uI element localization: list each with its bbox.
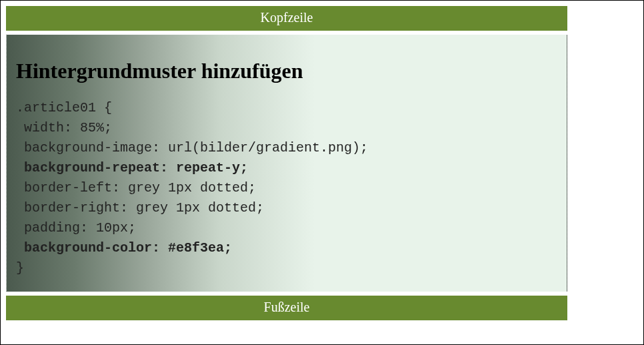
footer-text: Fußzeile bbox=[264, 300, 310, 314]
code-line: padding: 10px; bbox=[16, 220, 136, 236]
header-bar: Kopfzeile bbox=[6, 6, 567, 31]
code-line-bold: background-color: #e8f3ea; bbox=[16, 240, 232, 256]
css-code-block: .article01 { width: 85%; background-imag… bbox=[16, 98, 557, 278]
article-heading: Hintergrundmuster hinzufügen bbox=[16, 59, 557, 83]
page-frame: Kopfzeile Hintergrundmuster hinzufügen .… bbox=[6, 6, 567, 320]
header-text: Kopfzeile bbox=[261, 10, 313, 25]
code-line: border-left: grey 1px dotted; bbox=[16, 180, 256, 196]
code-line: .article01 { bbox=[16, 100, 112, 115]
code-line: } bbox=[16, 260, 24, 276]
article-content: Hintergrundmuster hinzufügen .article01 … bbox=[6, 35, 567, 292]
code-line-bold: background-repeat: repeat-y; bbox=[16, 160, 248, 176]
code-line: border-right: grey 1px dotted; bbox=[16, 200, 264, 216]
code-line: background-image: url(bilder/gradient.pn… bbox=[16, 140, 368, 155]
footer-bar: Fußzeile bbox=[6, 296, 567, 320]
code-line: width: 85%; bbox=[16, 120, 112, 135]
